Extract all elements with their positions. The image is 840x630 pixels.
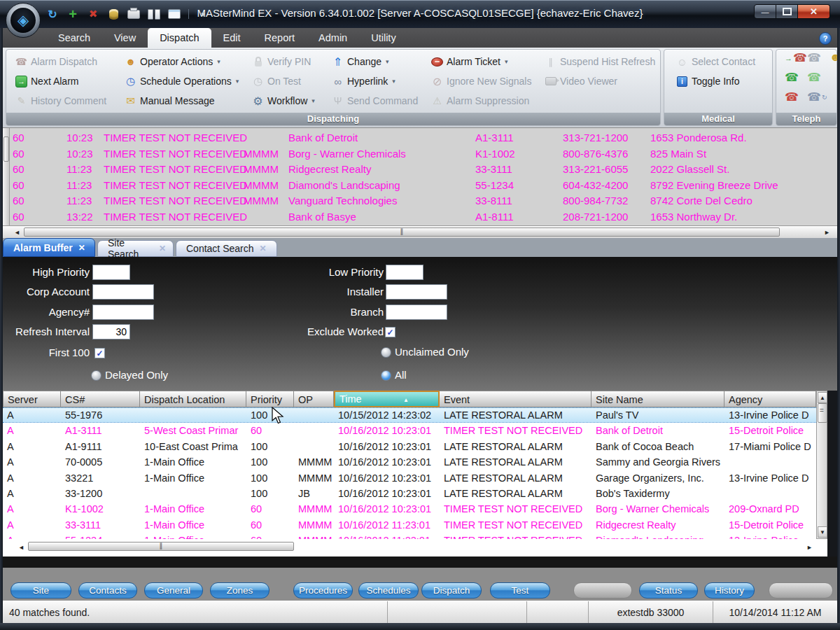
buffer-row[interactable]: 6011:23TIMER TEST NOT RECEIVEDMMMMRidgec…: [3, 163, 837, 178]
first-100-checkbox[interactable]: [94, 348, 105, 358]
column-header-cs[interactable]: CS#: [61, 391, 140, 407]
low-priority-input[interactable]: [386, 265, 424, 280]
refresh-icon[interactable]: ↻: [46, 7, 59, 21]
exclude-worked-checkbox[interactable]: [385, 327, 396, 337]
close-tab-icon[interactable]: ✕: [260, 244, 267, 253]
ribbon-button-manual-message[interactable]: ✉Manual Message: [121, 92, 218, 110]
column-header-server[interactable]: Server: [3, 391, 61, 407]
ribbon-button-send-command[interactable]: ΨSend Command: [328, 92, 421, 110]
bottom-button-procedures[interactable]: Procedures: [293, 582, 353, 598]
bottom-button-blank-12[interactable]: [769, 582, 833, 598]
qat-dropdown-icon[interactable]: ▾: [197, 7, 209, 21]
results-vertical-scrollbar[interactable]: ▲ ▼: [816, 391, 827, 539]
delayed-only-radio[interactable]: [91, 370, 102, 381]
result-row[interactable]: A55-197610010/15/2012 14:23:02LATE RESTO…: [3, 407, 816, 423]
bottom-button-site[interactable]: Site: [10, 582, 71, 598]
scroll-thumb[interactable]: [24, 227, 780, 237]
result-row[interactable]: A332211-Main Office100MMMM10/16/2012 10:…: [3, 470, 816, 486]
scroll-right-icon[interactable]: ►: [805, 542, 814, 552]
ribbon-button-alarm-dispatch[interactable]: ☎Alarm Dispatch: [12, 52, 101, 71]
buffer-row[interactable]: 6010:23TIMER TEST NOT RECEIVEDBank of De…: [3, 132, 837, 147]
result-row[interactable]: A33-1200100JB10/16/2012 10:23:01LATE RES…: [3, 486, 816, 501]
scroll-left-icon[interactable]: ◄: [17, 542, 26, 552]
bottom-button-schedules[interactable]: Schedules: [358, 582, 419, 598]
ribbon-button-next-alarm[interactable]: →Next Alarm: [12, 72, 82, 90]
unclaimed-only-radio[interactable]: [381, 347, 391, 358]
branch-input[interactable]: [386, 304, 447, 320]
column-header-event[interactable]: Event: [440, 391, 592, 407]
transfer-icon[interactable]: ☎↻: [807, 90, 827, 104]
result-row[interactable]: AK1-10021-Main Office60MMMM10/16/2012 10…: [3, 501, 816, 517]
buffer-horizontal-scrollbar[interactable]: ◄ ►: [3, 225, 837, 238]
tab-dispatch[interactable]: Dispatch: [148, 28, 211, 48]
split-view-icon[interactable]: [148, 7, 160, 21]
ribbon-button-suspend-hist-refresh[interactable]: ∥Suspend Hist Refresh: [541, 52, 659, 71]
tab-edit[interactable]: Edit: [211, 28, 253, 48]
add-icon[interactable]: +: [66, 7, 79, 21]
ribbon-button-workflow[interactable]: ⚙Workflow▾: [248, 92, 318, 110]
bottom-button-blank-9[interactable]: [573, 582, 632, 598]
bottom-button-status[interactable]: Status: [639, 582, 698, 598]
all-radio[interactable]: [381, 370, 391, 381]
panel-tab-contact-search[interactable]: Contact Search✕: [176, 240, 277, 257]
ribbon-button-verify-pin[interactable]: Verify PIN: [248, 52, 314, 71]
help-icon[interactable]: ?: [819, 32, 832, 45]
agency-number-input[interactable]: [92, 304, 154, 320]
result-row[interactable]: AA1-31115-West Coast Primar6010/16/2012 …: [3, 423, 816, 438]
window-icon[interactable]: [168, 7, 181, 21]
ribbon-button-history-comment[interactable]: ✎History Comment: [12, 92, 110, 110]
tab-utility[interactable]: Utility: [359, 28, 407, 48]
scroll-thumb[interactable]: [28, 542, 294, 551]
scroll-down-icon[interactable]: ▼: [818, 526, 827, 538]
hold-icon[interactable]: ☎: [807, 51, 821, 64]
delete-icon[interactable]: ✖: [87, 7, 99, 21]
scroll-thumb[interactable]: [818, 403, 827, 423]
minimize-button[interactable]: —: [754, 4, 776, 19]
ribbon-button-select-contact[interactable]: ☺Select Contact: [673, 52, 759, 71]
ribbon-button-on-test[interactable]: ◷On Test: [248, 72, 304, 90]
results-horizontal-scrollbar[interactable]: ◄ ►: [3, 540, 827, 553]
panel-tab-site-search[interactable]: Site Search✕: [97, 240, 174, 257]
directory-icon[interactable]: ☻: [830, 51, 837, 64]
ribbon-button-alarm-ticket[interactable]: Alarm Ticket▾: [428, 52, 512, 71]
column-header-agency[interactable]: Agency: [724, 391, 816, 407]
ribbon-button-alarm-suppression[interactable]: ⚠Alarm Suppression: [428, 92, 533, 110]
ribbon-button-video-viewer[interactable]: Video Viewer: [541, 72, 621, 90]
scroll-left-icon[interactable]: ◄: [13, 227, 22, 237]
result-row[interactable]: A70-00051-Main Office100MMMM10/16/2012 1…: [3, 454, 816, 470]
column-header-time[interactable]: Time▲: [334, 391, 440, 407]
tab-search[interactable]: Search: [46, 28, 102, 48]
column-header-dispatch-location[interactable]: Dispatch Location: [140, 391, 246, 407]
database-icon[interactable]: [107, 7, 120, 21]
buffer-row[interactable]: 6010:23TIMER TEST NOT RECEIVEDMMMMBorg -…: [3, 148, 837, 163]
close-button[interactable]: ✕: [798, 4, 830, 19]
ribbon-button-change[interactable]: ⇑Change▾: [328, 52, 393, 71]
tab-view[interactable]: View: [102, 28, 148, 48]
app-menu-button[interactable]: ◈: [6, 3, 41, 38]
ribbon-button-schedule-operations[interactable]: ◷Schedule Operations▾: [121, 72, 242, 90]
dial-icon[interactable]: →☎: [785, 51, 807, 64]
bottom-button-zones[interactable]: Zones: [210, 582, 270, 598]
ribbon-button-operator-actions[interactable]: ☻Operator Actions▾: [121, 52, 224, 71]
result-row[interactable]: A55-12341-Main Office60MMMM10/16/2012 11…: [3, 533, 816, 539]
buffer-row[interactable]: 6013:22TIMER TEST NOT RECEIVEDBank of Ba…: [3, 211, 837, 226]
buffer-row[interactable]: 6011:23TIMER TEST NOT RECEIVEDMMMMDiamon…: [3, 179, 837, 195]
scroll-up-icon[interactable]: ▲: [818, 392, 827, 403]
bottom-button-test[interactable]: Test: [490, 582, 550, 598]
tab-report[interactable]: Report: [253, 28, 307, 48]
corp-account-input[interactable]: [92, 284, 154, 300]
scroll-right-icon[interactable]: ►: [822, 227, 832, 237]
tab-admin[interactable]: Admin: [307, 28, 359, 48]
bottom-button-general[interactable]: General: [144, 582, 203, 598]
installer-input[interactable]: [386, 284, 447, 300]
buffer-row[interactable]: 6011:23TIMER TEST NOT RECEIVEDMMMMVangua…: [3, 195, 837, 210]
column-header-op[interactable]: OP: [294, 391, 334, 407]
panel-tab-alarm-buffer[interactable]: Alarm Buffer✕: [3, 238, 95, 257]
close-tab-icon[interactable]: ✕: [159, 244, 166, 253]
hangup-icon[interactable]: ☎: [785, 90, 799, 104]
column-header-site-name[interactable]: Site Name: [592, 391, 724, 407]
result-row[interactable]: A33-31111-Main Office60MMMM10/16/2012 11…: [3, 517, 816, 533]
print-icon[interactable]: [127, 7, 140, 21]
high-priority-input[interactable]: [92, 265, 130, 280]
bottom-button-dispatch[interactable]: Dispatch: [421, 582, 482, 598]
